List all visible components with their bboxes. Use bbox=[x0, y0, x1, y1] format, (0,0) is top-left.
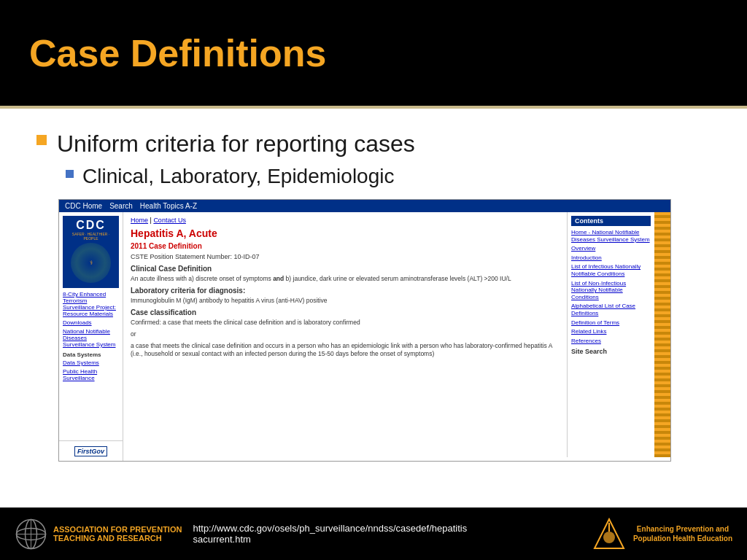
cdc-clinical-title: Clinical Case Definition bbox=[131, 265, 560, 273]
cdc-sidebar-links: 8-City Enhanced Terrorism Surveillance P… bbox=[63, 291, 119, 381]
cdc-year-def: 2011 Case Definition bbox=[131, 242, 560, 250]
bullet-text-1: Uniform criteria for reporting cases bbox=[57, 131, 415, 158]
cdc-main-content: Home | Contact Us Hepatitis A, Acute 201… bbox=[123, 212, 567, 457]
contents-link-alpha[interactable]: Alphabetical List of Case Definitions bbox=[571, 303, 651, 316]
cdc-cste: CSTE Position Statement Number: 10-ID-07 bbox=[131, 253, 560, 260]
footer-right: Enhancing Prevention andPopulation Healt… bbox=[591, 516, 732, 552]
aptr-text: ASSOCIATION FOR PREVENTION TEACHING AND … bbox=[53, 525, 182, 542]
cdc-left-sidebar: CDC SAFER · HEALTHIER · PEOPLE ⚕ 8-City … bbox=[59, 212, 123, 457]
cdc-lab-title: Laboratory criteria for diagnosis: bbox=[131, 287, 560, 295]
aptr-line2: TEACHING AND RESEARCH bbox=[53, 534, 182, 542]
bullet-item-1: Uniform criteria for reporting cases bbox=[36, 131, 711, 158]
cdc-seal: ⚕ bbox=[71, 243, 111, 283]
aptr-logo: ASSOCIATION FOR PREVENTION TEACHING AND … bbox=[15, 518, 182, 551]
cdc-lab-text: Immunoglobulin M (IgM) antibody to hepat… bbox=[131, 297, 560, 305]
cdc-orange-stripe bbox=[654, 212, 670, 457]
bullet-square-icon bbox=[36, 135, 47, 145]
cdc-class-or: or bbox=[131, 330, 560, 338]
slide-footer: ASSOCIATION FOR PREVENTION TEACHING AND … bbox=[0, 508, 747, 560]
slide-title: Case Definitions bbox=[29, 31, 326, 75]
cdc-page-title: Hepatitis A, Acute bbox=[131, 228, 560, 239]
sidebar-link-2[interactable]: Downloads bbox=[63, 319, 119, 326]
cdc-logo-area: CDC SAFER · HEALTHIER · PEOPLE ⚕ bbox=[63, 216, 119, 288]
cdc-class-text3: a case that meets the clinical case defi… bbox=[131, 342, 560, 358]
cdc-nav-home[interactable]: CDC Home bbox=[65, 202, 102, 210]
contents-link-infectious[interactable]: List of Infectious Nationally Notifiable… bbox=[571, 263, 651, 277]
svg-point-6 bbox=[603, 532, 615, 543]
firstgov-logo: FirstGov bbox=[74, 446, 107, 456]
main-content: Uniform criteria for reporting cases Cli… bbox=[0, 109, 747, 476]
cdc-logo-box: CDC SAFER · HEALTHIER · PEOPLE bbox=[66, 219, 116, 241]
cdc-screenshot: CDC Home Search Health Topics A-Z CDC SA… bbox=[58, 199, 671, 462]
contents-link-noninfectious[interactable]: List of Non-Infectious Nationally Notifi… bbox=[571, 280, 651, 301]
bullet-square-small-icon bbox=[66, 170, 74, 178]
sidebar-link-1[interactable]: 8-City Enhanced Terrorism Surveillance P… bbox=[63, 291, 119, 317]
cdc-breadcrumb: Home | Contact Us bbox=[131, 217, 560, 224]
contents-header: Contents bbox=[571, 216, 651, 226]
cdc-body: CDC SAFER · HEALTHIER · PEOPLE ⚕ 8-City … bbox=[59, 212, 670, 457]
cdc-logo-text: CDC bbox=[76, 219, 106, 232]
cdc-seal-inner: ⚕ bbox=[90, 260, 93, 266]
footer-url: http://www.cdc.gov/osels/ph_surveillance… bbox=[193, 523, 467, 545]
contents-link-intro[interactable]: Introduction bbox=[571, 254, 651, 262]
aptr-icon bbox=[15, 518, 47, 551]
sidebar-link-data[interactable]: Data Systems bbox=[63, 359, 119, 366]
contents-link-overview[interactable]: Overview bbox=[571, 245, 651, 252]
contents-link-references[interactable]: References bbox=[571, 338, 651, 345]
enhancing-icon bbox=[591, 516, 627, 552]
cdc-clinical-text: An acute illness with a) discrete onset … bbox=[131, 275, 560, 283]
sidebar-link-ph[interactable]: Public Health Surveillance bbox=[63, 368, 119, 381]
enhancing-text: Enhancing Prevention andPopulation Healt… bbox=[633, 524, 732, 543]
breadcrumb-contact[interactable]: Contact Us bbox=[153, 217, 186, 224]
contents-link-home[interactable]: Home - National Notifiable Diseases Surv… bbox=[571, 229, 651, 243]
cdc-nav-health[interactable]: Health Topics A-Z bbox=[140, 202, 197, 210]
header-bar: Case Definitions bbox=[0, 0, 747, 106]
cdc-nav-bar: CDC Home Search Health Topics A-Z bbox=[59, 200, 670, 212]
contents-link-related[interactable]: Related Links bbox=[571, 328, 651, 335]
bullet-item-2: Clinical, Laboratory, Epidemiologic bbox=[66, 165, 711, 188]
contents-link-terms[interactable]: Definition of Terms bbox=[571, 319, 651, 327]
sidebar-data-systems: Data Systems bbox=[63, 351, 119, 358]
cdc-logo-sub: SAFER · HEALTHIER · PEOPLE bbox=[66, 232, 116, 241]
bullet-text-2: Clinical, Laboratory, Epidemiologic bbox=[82, 165, 394, 188]
cdc-nav-search[interactable]: Search bbox=[109, 202, 133, 210]
cdc-firstgov: FirstGov bbox=[59, 440, 123, 461]
cdc-class-title: Case classification bbox=[131, 308, 560, 316]
footer-left: ASSOCIATION FOR PREVENTION TEACHING AND … bbox=[15, 518, 467, 551]
contents-site-search: Site Search bbox=[571, 348, 651, 355]
cdc-right-sidebar: Contents Home - National Notifiable Dise… bbox=[567, 212, 654, 457]
cdc-class-text1: Confirmed: a case that meets the clinica… bbox=[131, 319, 560, 327]
sidebar-link-3[interactable]: National Notifiable Diseases Surveillanc… bbox=[63, 328, 119, 348]
breadcrumb-home[interactable]: Home bbox=[131, 217, 148, 224]
aptr-line1: ASSOCIATION FOR PREVENTION bbox=[53, 525, 182, 534]
